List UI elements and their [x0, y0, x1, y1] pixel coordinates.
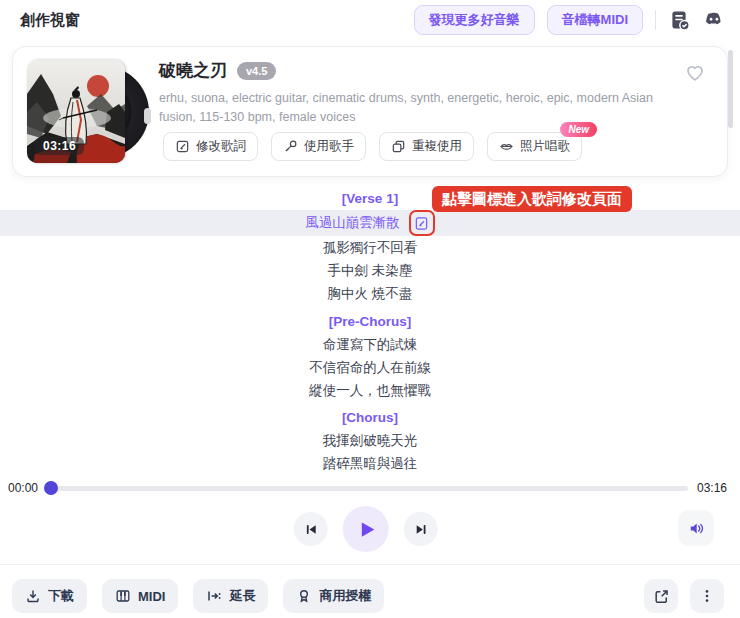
new-badge: New	[560, 122, 597, 137]
lyric-line: 不信宿命的人在前線	[0, 356, 740, 379]
reuse-button[interactable]: 重複使用	[379, 132, 474, 161]
lips-icon	[499, 139, 514, 154]
reuse-label: 重複使用	[412, 138, 462, 155]
player-controls	[0, 504, 740, 552]
lyric-line: 手中劍 未染塵	[0, 259, 740, 282]
use-singer-button[interactable]: 使用歌手	[271, 132, 366, 161]
play-icon	[358, 520, 377, 539]
open-external-button[interactable]	[644, 579, 678, 613]
highlighted-lyric-row[interactable]: 風過山巔雲漸散	[0, 210, 740, 236]
copy-icon	[391, 139, 406, 154]
external-link-icon	[653, 588, 670, 605]
annotation-banner: 點擊圖標進入歌詞修改頁面	[432, 186, 632, 212]
discord-icon[interactable]	[702, 9, 726, 31]
download-label: 下載	[48, 587, 74, 605]
current-time: 00:00	[8, 481, 38, 495]
edit-lyrics-label: 修改歌詞	[196, 138, 246, 155]
extend-button[interactable]: 延長	[193, 579, 268, 613]
page-title: 創作視窗	[20, 11, 80, 30]
skip-previous-icon	[303, 522, 318, 537]
header-actions: 發現更多好音樂 音檔轉MIDI	[414, 5, 726, 35]
scrollbar-thumb[interactable]	[728, 50, 733, 128]
edit-lyrics-button[interactable]: 修改歌詞	[163, 132, 258, 161]
download-icon	[25, 588, 41, 604]
lyric-edit-icon[interactable]	[409, 210, 435, 236]
lyric-line: 命運寫下的試煉	[0, 333, 740, 356]
audio-to-midi-button[interactable]: 音檔轉MIDI	[547, 5, 643, 35]
lyrics-panel: [Verse 1] 風過山巔雲漸散 孤影獨行不回看 手中劍 未染塵 胸中火 燒不…	[0, 188, 740, 475]
extend-arrow-icon	[206, 588, 222, 604]
midi-label: MIDI	[138, 589, 165, 604]
version-badge: v4.5	[237, 62, 276, 80]
task-list-icon[interactable]	[668, 9, 690, 31]
footer-toolbar: 下載 MIDI 延長 商用授權	[12, 579, 724, 613]
photo-sing-button[interactable]: 照片唱歌 New	[487, 132, 582, 161]
microphone-icon	[283, 139, 298, 154]
volume-button[interactable]	[678, 510, 714, 546]
duration-badge: 03:16	[35, 137, 84, 155]
heart-icon[interactable]	[685, 63, 705, 82]
prechorus-label: [Pre-Chorus]	[0, 311, 740, 333]
total-time: 03:16	[697, 481, 727, 495]
chorus-label: [Chorus]	[0, 407, 740, 429]
lyric-line: 胸中火 燒不盡	[0, 282, 740, 305]
song-header: 破曉之刃 v4.5	[159, 59, 276, 82]
play-button[interactable]	[343, 506, 389, 552]
song-action-bar: 修改歌詞 使用歌手 重複使用 照片唱歌 New	[163, 132, 582, 161]
volume-icon	[688, 520, 705, 537]
photo-sing-label: 照片唱歌	[520, 138, 570, 155]
highlighted-lyric-text: 風過山巔雲漸散	[305, 214, 400, 232]
extend-label: 延長	[229, 587, 255, 605]
album-art-wrapper: 03:16	[27, 60, 153, 164]
progress-thumb[interactable]	[44, 481, 58, 495]
song-title: 破曉之刃	[159, 59, 227, 82]
piano-icon	[115, 588, 131, 604]
edit-document-icon	[175, 139, 190, 154]
previous-track-button[interactable]	[294, 512, 328, 546]
lyric-line: 縱使一人，也無懼戰	[0, 379, 740, 402]
song-card: 03:16 破曉之刃 v4.5 erhu, suona, electric gu…	[12, 46, 728, 177]
progress-row: 00:00 03:16	[0, 478, 740, 498]
license-label: 商用授權	[319, 587, 371, 605]
use-singer-label: 使用歌手	[304, 138, 354, 155]
discover-music-button[interactable]: 發現更多好音樂	[414, 5, 535, 35]
kebab-menu-icon	[699, 588, 715, 604]
header-divider	[655, 10, 656, 30]
midi-button[interactable]: MIDI	[102, 579, 178, 613]
lyric-line: 我揮劍破曉天光	[0, 429, 740, 452]
progress-track[interactable]	[50, 486, 688, 491]
award-ribbon-icon	[296, 588, 312, 604]
lyric-line: 踏碎黑暗與過往	[0, 452, 740, 475]
footer-divider	[0, 564, 740, 565]
license-button[interactable]: 商用授權	[283, 579, 384, 613]
vinyl-tab	[144, 108, 151, 124]
song-description: erhu, suona, electric guitar, cinematic …	[159, 89, 685, 128]
header: 創作視窗 發現更多好音樂 音檔轉MIDI	[0, 0, 740, 40]
more-options-button[interactable]	[690, 579, 724, 613]
skip-next-icon	[413, 522, 428, 537]
download-button[interactable]: 下載	[12, 579, 87, 613]
next-track-button[interactable]	[404, 512, 438, 546]
lyric-line: 孤影獨行不回看	[0, 236, 740, 259]
